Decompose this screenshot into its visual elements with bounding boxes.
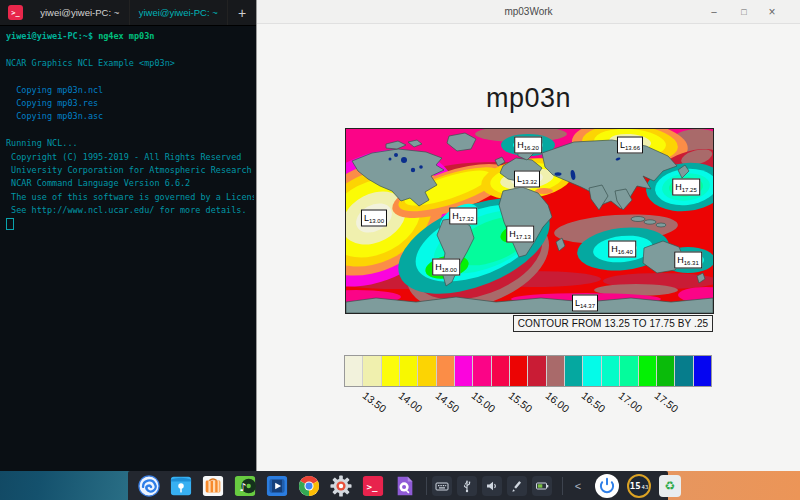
terminal-line [6,43,254,56]
terminal-cursor [6,218,14,230]
minimize-button[interactable]: − [702,0,726,23]
terminal-tab-1[interactable]: yiwei@yiwei-PC: ~ [31,0,130,25]
terminal-line: The use of this software is governed by … [6,191,254,204]
low-label-14.37: L14.37 [572,295,598,312]
terminal-line: University Corporation for Atmospheric R… [6,164,254,177]
world-contour-map: H16.20L13.66L13.32H17.25L13.00H17.32H17.… [345,128,714,314]
terminal-line [6,70,254,83]
keyboard-tray-icon[interactable] [432,476,452,496]
colorbar-cell [510,356,528,386]
collapse-tray-button[interactable]: < [569,476,587,496]
colorbar-tick-labels: 13.5014.0014.5015.0015.5016.0016.5017.00… [344,389,710,417]
terminal-line: NCAR Command Language Version 6.6.2 [6,177,254,190]
colorbar-tick: 14.50 [433,389,461,415]
colorbar-tick: 16.50 [580,389,608,415]
colorbar-cell [455,356,473,386]
colorbar-cell [694,356,711,386]
trash-icon[interactable]: ♻ [659,475,681,497]
clock[interactable]: 15 43 [627,474,651,498]
high-label-16.31: H16.31 [674,252,702,269]
terminal-app-icon: >_ [8,5,23,20]
terminal-tab-2[interactable]: yiwei@yiwei-PC: ~ [130,0,229,25]
colorbar-cell [382,356,400,386]
colorbar-tick: 16.00 [543,389,571,415]
maximize-button[interactable]: □ [732,0,756,23]
low-label-13.32: L13.32 [514,171,540,188]
colorbar-cell [437,356,455,386]
high-label-16.20: H16.20 [514,137,542,154]
terminal-line: See http://www.ncl.ucar.edu/ for more de… [6,204,254,217]
terminal-line: Copying mp03n.asc [6,110,254,123]
colorbar-tick: 17.50 [653,389,681,415]
colorbar-cell [675,356,693,386]
file-manager-icon[interactable] [170,475,192,497]
terminal-tab-bar: >_ yiwei@yiwei-PC: ~ yiwei@yiwei-PC: ~ + [0,0,256,26]
colorbar-tick: 17.00 [616,389,644,415]
colorbar-cell [473,356,491,386]
movies-icon[interactable] [266,475,288,497]
browser-chrome-icon[interactable] [298,475,320,497]
terminal-line: yiwei@yiwei-PC:~$ ng4ex mp03n [6,30,254,43]
clock-hour: 15 [630,481,641,491]
terminal-dock-icon[interactable]: >_ [362,475,384,497]
colorbar [344,355,712,387]
new-tab-button[interactable]: + [228,0,256,25]
terminal-window[interactable]: >_ yiwei@yiwei-PC: ~ yiwei@yiwei-PC: ~ +… [0,0,256,471]
terminal-line: NCAR Graphics NCL Example <mp03n> [6,57,254,70]
dock: ♪ >_ [128,471,668,500]
package-viewer-icon[interactable] [394,475,416,497]
terminal-line: Running NCL... [6,137,254,150]
high-label-17.32: H17.32 [449,208,477,225]
colorbar-cell [620,356,638,386]
plot-window[interactable]: mp03Work − □ × mp03n [256,0,800,471]
dock-separator [426,477,427,495]
colorbar-cell [565,356,583,386]
colorbar-tick: 15.50 [507,389,535,415]
colorbar-tick: 15.00 [470,389,498,415]
svg-text:♪: ♪ [240,480,247,493]
usb-tray-icon[interactable] [457,476,477,496]
world-map-svg [346,129,713,313]
high-label-16.40: H16.40 [608,241,636,258]
colorbar-cell [547,356,565,386]
terminal-line: Copying mp03.res [6,97,254,110]
svg-text:>_: >_ [367,480,379,491]
colorbar-tick: 14.00 [397,389,425,415]
colorbar-cell [418,356,436,386]
colorbar-cell [602,356,620,386]
colorbar-cell [528,356,546,386]
low-label-13.00: L13.00 [361,210,387,227]
app-store-icon[interactable] [202,475,224,497]
high-label-17.25: H17.25 [672,179,700,196]
clock-minute: 43 [642,484,649,490]
terminal-line [6,124,254,137]
battery-tray-icon[interactable] [532,476,552,496]
colorbar-cell [583,356,601,386]
volume-tray-icon[interactable] [482,476,502,496]
high-label-17.13: H17.13 [506,226,534,243]
colorbar-cell [492,356,510,386]
terminal-line: Copying mp03n.ncl [6,84,254,97]
colorbar-cell [639,356,657,386]
close-button[interactable]: × [760,0,784,23]
shutdown-button[interactable] [595,474,619,498]
plot-window-titlebar[interactable]: mp03Work − □ × [257,0,800,24]
low-label-13.66: L13.66 [617,137,643,154]
launcher-icon[interactable] [138,475,160,497]
control-center-icon[interactable] [330,475,352,497]
colorbar-cell [400,356,418,386]
colorbar-cell [363,356,381,386]
contour-info-box: CONTOUR FROM 13.25 TO 17.75 BY .25 [513,315,713,332]
music-icon[interactable]: ♪ [234,475,256,497]
high-label-18.00: H18.00 [432,259,460,276]
colorbar-tick: 13.50 [360,389,388,415]
colorbar-cell [345,356,363,386]
terminal-line: Copyright (C) 1995-2019 - All Rights Res… [6,151,254,164]
colorbar-cell [657,356,675,386]
tray-separator [562,477,563,495]
pen-tray-icon[interactable] [507,476,527,496]
plot-title: mp03n [257,83,800,114]
terminal-output[interactable]: yiwei@yiwei-PC:~$ ng4ex mp03n NCAR Graph… [6,30,254,467]
